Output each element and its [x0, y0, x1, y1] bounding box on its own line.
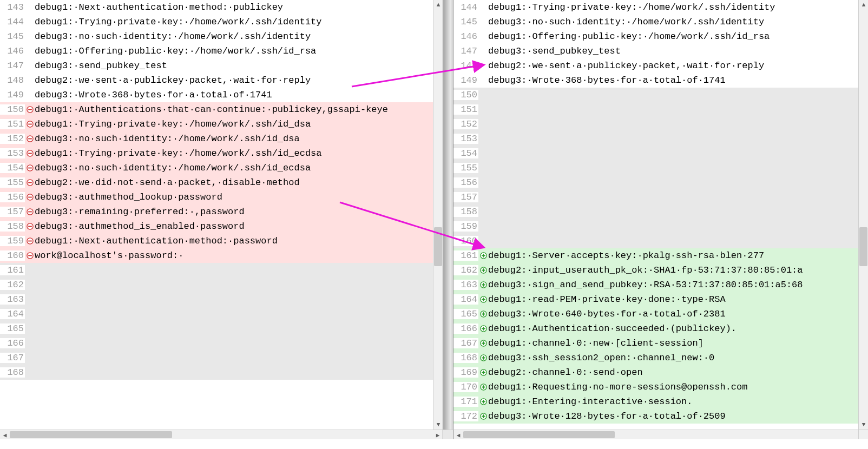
scroll-thumb[interactable]: [10, 431, 172, 438]
svg-rect-51: [482, 387, 485, 388]
code-line[interactable]: 149debug3:·Wrote·368·bytes·for·a·total·o…: [0, 88, 433, 102]
code-line[interactable]: 145debug3:·no·such·identity:·/home/work/…: [0, 29, 433, 44]
line-number: 144: [453, 2, 478, 12]
code-line[interactable]: 158debug3:·authmethod_is_enabled·passwor…: [0, 219, 433, 234]
code-line[interactable]: 146debug1:·Offering·public·key:·/home/wo…: [0, 44, 433, 58]
code-line[interactable]: 150: [453, 88, 858, 102]
scroll-thumb[interactable]: [859, 227, 867, 266]
code-line[interactable]: 165: [0, 321, 433, 336]
code-line[interactable]: 148debug2:·we·sent·a·publickey·packet,·w…: [0, 73, 433, 88]
code-line[interactable]: 162debug2:·input_userauth_pk_ok:·SHA1·fp…: [453, 263, 858, 278]
diff-added-icon: [478, 267, 488, 274]
code-line[interactable]: 160: [453, 234, 858, 248]
code-line[interactable]: 154debug3:·no·such·identity:·/home/work/…: [0, 161, 433, 175]
code-line[interactable]: 152debug3:·no·such·identity:·/home/work/…: [0, 131, 433, 146]
code-line[interactable]: 164debug1:·read·PEM·private·key·done:·ty…: [453, 292, 858, 307]
svg-rect-27: [482, 270, 485, 271]
code-line[interactable]: 158: [453, 204, 858, 219]
scroll-left-icon[interactable]: ◀: [453, 430, 463, 440]
scroll-splitter-gap: [443, 430, 453, 439]
line-number: 172: [453, 411, 478, 421]
code-line[interactable]: 154: [453, 146, 858, 161]
right-vertical-scrollbar[interactable]: ▲ ▼: [858, 0, 868, 430]
scroll-down-icon[interactable]: ▼: [433, 420, 443, 430]
code-line[interactable]: 159debug1:·Next·authentication·method:·p…: [0, 234, 433, 248]
code-line[interactable]: 156: [453, 175, 858, 190]
code-line[interactable]: 151debug1:·Trying·private·key:·/home/wor…: [0, 117, 433, 131]
scroll-up-icon[interactable]: ▲: [433, 0, 443, 10]
code-line[interactable]: 151: [453, 102, 858, 117]
code-line[interactable]: 155debug2:·we·did·not·send·a·packet,·dis…: [0, 175, 433, 190]
code-line[interactable]: 157debug3:·remaining·preferred:·,passwor…: [0, 204, 433, 219]
diff-viewer: 143debug1:·Next·authentication·method:·p…: [0, 0, 868, 449]
code-line[interactable]: 149debug3:·Wrote·368·bytes·for·a·total·o…: [453, 73, 858, 88]
line-text: debug2:·channel·0:·send·open: [488, 367, 858, 378]
code-line[interactable]: 166: [0, 336, 433, 351]
code-line[interactable]: 169debug2:·channel·0:·send·open: [453, 365, 858, 380]
code-line[interactable]: 150debug1:·Authentications·that·can·cont…: [0, 102, 433, 117]
line-number: 155: [453, 163, 478, 173]
scroll-track[interactable]: [463, 430, 858, 439]
code-line[interactable]: 167: [0, 351, 433, 365]
code-line[interactable]: 170debug1:·Requesting·no-more-sessions@o…: [453, 380, 858, 394]
scroll-thumb[interactable]: [463, 431, 615, 438]
code-line[interactable]: 144debug1:·Trying·private·key:·/home/wor…: [453, 0, 858, 15]
line-number: 159: [0, 236, 25, 246]
code-line[interactable]: 153: [453, 131, 858, 146]
scroll-left-icon[interactable]: ◀: [0, 430, 10, 440]
code-line[interactable]: 168debug3:·ssh_session2_open:·channel_ne…: [453, 351, 858, 365]
line-text: debug1:·Requesting·no-more-sessions@open…: [488, 382, 858, 392]
left-vertical-scrollbar[interactable]: ▲ ▼: [433, 0, 443, 430]
code-line[interactable]: 144debug1:·Trying·private·key:·/home/wor…: [0, 15, 433, 29]
code-line[interactable]: 147debug3:·send_pubkey_test: [453, 44, 858, 58]
code-line[interactable]: 148debug2:·we·sent·a·publickey·packet,·w…: [453, 58, 858, 73]
pane-splitter[interactable]: [443, 0, 453, 430]
line-number: 160: [453, 236, 478, 246]
diff-removed-icon: [25, 208, 35, 215]
scroll-down-icon[interactable]: ▼: [859, 420, 868, 430]
code-line[interactable]: 145debug3:·no·such·identity:·/home/work/…: [453, 15, 858, 29]
code-line[interactable]: 156debug3:·authmethod_lookup·password: [0, 190, 433, 204]
line-text: debug1:·Authentication·succeeded·(public…: [488, 323, 858, 334]
code-line[interactable]: 171debug1:·Entering·interactive·session.: [453, 394, 858, 409]
code-line[interactable]: 143debug1:·Next·authentication·method:·p…: [0, 0, 433, 15]
line-text: work@localhost's·password:·: [35, 250, 433, 261]
right-lines[interactable]: 144debug1:·Trying·private·key:·/home/wor…: [453, 0, 858, 430]
code-line[interactable]: 159: [453, 219, 858, 234]
scroll-track[interactable]: [433, 10, 443, 420]
code-line[interactable]: 161: [0, 263, 433, 278]
code-line[interactable]: 163: [0, 292, 433, 307]
scroll-thumb[interactable]: [434, 227, 442, 266]
line-text: debug3:·send_pubkey_test: [35, 61, 433, 71]
scroll-right-icon[interactable]: ▶: [433, 430, 443, 440]
code-line[interactable]: 167debug1:·channel·0:·new·[client-sessio…: [453, 336, 858, 351]
code-line[interactable]: 165debug3:·Wrote·640·bytes·for·a·total·o…: [453, 307, 858, 321]
line-text: debug2:·we·did·not·send·a·packet,·disabl…: [35, 177, 433, 188]
right-horizontal-scrollbar[interactable]: ◀ ▶: [453, 430, 868, 439]
code-line[interactable]: 155: [453, 161, 858, 175]
code-line[interactable]: 146debug1:·Offering·public·key:·/home/wo…: [453, 29, 858, 44]
code-line[interactable]: 161debug1:·Server·accepts·key:·pkalg·ssh…: [453, 248, 858, 263]
code-line[interactable]: 152: [453, 117, 858, 131]
scroll-track[interactable]: [859, 10, 868, 420]
scroll-up-icon[interactable]: ▲: [859, 0, 868, 10]
line-number: 160: [0, 250, 25, 261]
line-number: 168: [0, 367, 25, 378]
line-text: debug3:·authmethod_lookup·password: [35, 192, 433, 202]
code-line[interactable]: 153debug1:·Trying·private·key:·/home/wor…: [0, 146, 433, 161]
code-line[interactable]: 164: [0, 307, 433, 321]
code-line[interactable]: 157: [453, 190, 858, 204]
code-line[interactable]: 163debug3:·sign_and_send_pubkey:·RSA·53:…: [453, 278, 858, 292]
left-horizontal-scrollbar[interactable]: ◀ ▶: [0, 430, 443, 439]
line-text: debug3:·ssh_session2_open:·channel_new:·…: [488, 353, 858, 363]
scroll-track[interactable]: [10, 430, 433, 439]
code-line[interactable]: 168: [0, 365, 433, 380]
left-lines[interactable]: 143debug1:·Next·authentication·method:·p…: [0, 0, 433, 430]
line-number: 164: [453, 294, 478, 305]
diff-removed-icon: [25, 150, 35, 157]
code-line[interactable]: 160work@localhost's·password:·: [0, 248, 433, 263]
code-line[interactable]: 166debug1:·Authentication·succeeded·(pub…: [453, 321, 858, 336]
code-line[interactable]: 172debug3:·Wrote·128·bytes·for·a·total·o…: [453, 409, 858, 424]
code-line[interactable]: 147debug3:·send_pubkey_test: [0, 58, 433, 73]
code-line[interactable]: 162: [0, 278, 433, 292]
